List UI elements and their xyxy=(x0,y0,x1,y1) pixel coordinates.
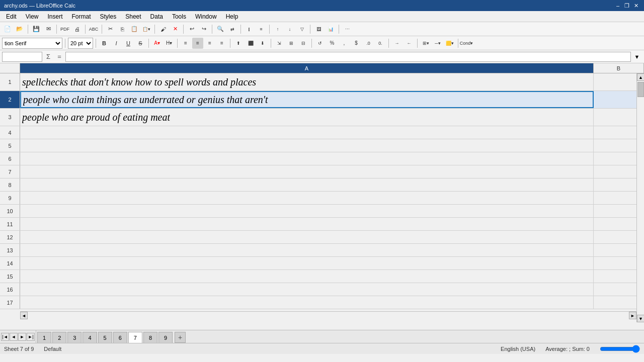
open-button[interactable]: 📂 xyxy=(14,24,25,35)
rotate-button[interactable]: ↺ xyxy=(314,38,326,49)
new-button[interactable]: 📄 xyxy=(2,24,13,35)
redo-button[interactable]: ↪ xyxy=(198,24,209,35)
cell-a7[interactable] xyxy=(20,165,594,178)
sheet-first-button[interactable]: |◄ xyxy=(1,333,9,341)
menu-view[interactable]: View xyxy=(22,12,43,21)
decimal-up-button[interactable]: .0 xyxy=(363,38,374,49)
insert-image-button[interactable]: 🖼 xyxy=(313,24,324,35)
menu-styles[interactable]: Styles xyxy=(96,12,121,21)
sheet-next-button[interactable]: ► xyxy=(18,333,26,341)
cut-button[interactable]: ✂ xyxy=(105,24,116,35)
currency-button[interactable]: $ xyxy=(351,38,362,49)
merge2-button[interactable]: ⊟ xyxy=(298,38,309,49)
cell-a8[interactable] xyxy=(20,178,594,191)
cell-a6[interactable] xyxy=(20,152,594,165)
merge-button[interactable]: ⊞ xyxy=(286,38,297,49)
decimal-down-button[interactable]: 0. xyxy=(375,38,386,49)
find-button[interactable]: 🔍 xyxy=(215,24,226,35)
vscroll-down-button[interactable]: ▼ xyxy=(637,315,644,322)
align-left-button[interactable]: ≡ xyxy=(180,38,191,49)
cell-a15[interactable] xyxy=(20,270,594,283)
equals-button[interactable]: = xyxy=(54,52,64,62)
sheet-tab-5[interactable]: 5 xyxy=(98,332,112,343)
sheet-tab-9[interactable]: 9 xyxy=(158,332,173,343)
font-color-button[interactable]: A▾ xyxy=(151,38,163,49)
menu-insert[interactable]: Insert xyxy=(43,12,66,21)
save-button[interactable]: 💾 xyxy=(31,24,42,35)
sheet-tab-3[interactable]: 3 xyxy=(67,332,82,343)
wrap-button[interactable]: ⇲ xyxy=(274,38,285,49)
spellcheck-button[interactable]: ABC xyxy=(88,24,99,35)
sheet-tab-7[interactable]: 7 xyxy=(128,332,142,343)
menu-sheet[interactable]: Sheet xyxy=(121,12,145,21)
cell-a12[interactable] xyxy=(20,231,594,243)
menu-window[interactable]: Window xyxy=(191,12,221,21)
highlight-button[interactable]: H▾ xyxy=(164,38,175,49)
clear-button[interactable]: ✕ xyxy=(170,24,181,35)
hscroll-left-button[interactable]: ◄ xyxy=(20,312,28,319)
justify-button[interactable]: ≡ xyxy=(216,38,227,49)
close-button[interactable]: ✕ xyxy=(632,2,640,10)
cell-a14[interactable] xyxy=(20,257,594,269)
menu-help[interactable]: Help xyxy=(222,12,243,21)
sigma-button[interactable]: Σ xyxy=(43,52,53,62)
horizontal-scrollbar[interactable]: ◄ ► xyxy=(20,311,636,319)
restore-button[interactable]: ❐ xyxy=(623,2,631,10)
vscroll-thumb[interactable] xyxy=(637,82,644,97)
copy-button[interactable]: ⎘ xyxy=(117,24,128,35)
hscroll-right-button[interactable]: ► xyxy=(629,312,636,319)
cell-a9[interactable] xyxy=(20,192,594,204)
cell-a2[interactable]: people who claim things are underrated o… xyxy=(20,91,594,108)
valign-bot-button[interactable]: ⬇ xyxy=(257,38,268,49)
sheet-tab-1[interactable]: 1 xyxy=(37,332,51,343)
sheet-tab-4[interactable]: 4 xyxy=(83,332,97,343)
menu-edit[interactable]: Edit xyxy=(2,12,21,21)
cell-a16[interactable] xyxy=(20,283,594,296)
cell-a11[interactable] xyxy=(20,218,594,230)
filter-button[interactable]: ▽ xyxy=(296,24,307,35)
outdent-button[interactable]: ← xyxy=(404,38,415,49)
email-button[interactable]: ✉ xyxy=(43,24,54,35)
row-button[interactable]: ≡ xyxy=(256,24,267,35)
formula-expand-button[interactable]: ▼ xyxy=(632,52,642,62)
font-size-select[interactable]: 20 pt xyxy=(68,38,93,49)
sort-asc-button[interactable]: ↑ xyxy=(272,24,283,35)
strikethrough-button[interactable]: S xyxy=(135,38,146,49)
paste-button[interactable]: 📋 xyxy=(129,24,140,35)
cell-a4[interactable] xyxy=(20,126,594,139)
pdf-button[interactable]: PDF xyxy=(59,24,70,35)
align-right-button[interactable]: ≡ xyxy=(204,38,215,49)
minimize-button[interactable]: – xyxy=(614,2,622,10)
sheet-tab-6[interactable]: 6 xyxy=(113,332,127,343)
bg-color-button[interactable]: 🟨▾ xyxy=(444,38,455,49)
borders-button[interactable]: ⊞▾ xyxy=(420,38,431,49)
thousands-button[interactable]: , xyxy=(339,38,350,49)
menu-format[interactable]: Format xyxy=(68,12,95,21)
underline-button[interactable]: U xyxy=(123,38,134,49)
cell-a5[interactable] xyxy=(20,139,594,152)
align-center-button[interactable]: ≡ xyxy=(192,38,203,49)
bold-button[interactable]: B xyxy=(99,38,110,49)
format-paint-button[interactable]: 🖌 xyxy=(157,24,169,35)
cell-a1[interactable]: spellchecks that don't know how to spell… xyxy=(20,73,594,90)
col-button[interactable]: ⫿ xyxy=(244,24,255,35)
border-style-button[interactable]: ─▾ xyxy=(432,38,443,49)
cell-a3[interactable]: people who are proud of eating meat xyxy=(20,109,594,126)
formula-input[interactable]: people who claim things are underrated o… xyxy=(65,52,631,62)
vscroll-track[interactable] xyxy=(637,81,644,315)
paste-special-button[interactable]: 📋▾ xyxy=(141,24,152,35)
cell-reference[interactable] xyxy=(2,52,42,62)
print-button[interactable]: 🖨 xyxy=(71,24,83,35)
sort-desc-button[interactable]: ↓ xyxy=(284,24,295,35)
sheet-prev-button[interactable]: ◄ xyxy=(10,333,18,341)
insert-chart-button[interactable]: 📊 xyxy=(325,24,336,35)
cell-a13[interactable] xyxy=(20,244,594,256)
sheet-tab-8[interactable]: 8 xyxy=(143,332,157,343)
find-replace-button[interactable]: ⇄ xyxy=(227,24,238,35)
cond-format-button[interactable]: Cond▾ xyxy=(461,38,472,49)
valign-mid-button[interactable]: ⬛ xyxy=(245,38,256,49)
indent-button[interactable]: → xyxy=(391,38,403,49)
menu-tools[interactable]: Tools xyxy=(168,12,190,21)
italic-button[interactable]: I xyxy=(111,38,122,49)
cell-a10[interactable] xyxy=(20,205,594,217)
